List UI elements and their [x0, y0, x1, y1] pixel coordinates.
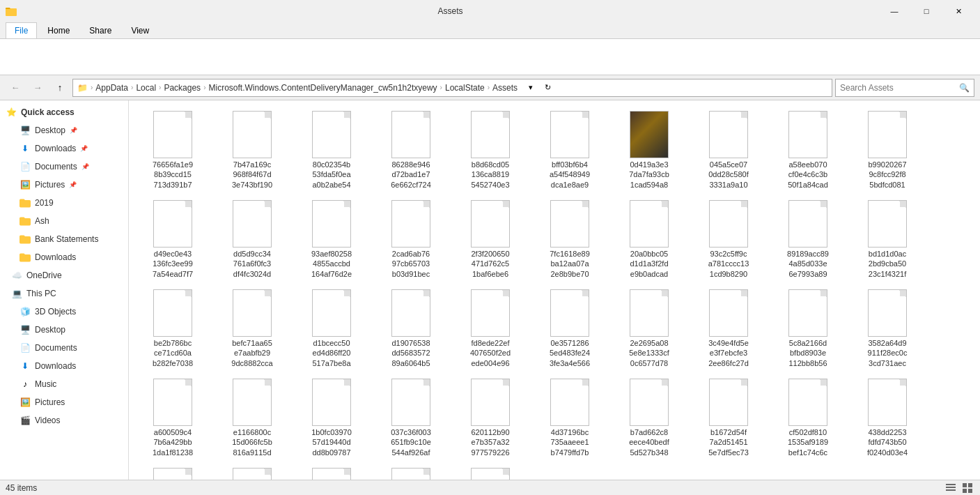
- file-item-5[interactable]: b8d68cd05 136ca8819 5452740e3 e5cd6a30..…: [452, 106, 529, 192]
- sidebar-item-pictures[interactable]: 🖼️ Pictures 📌: [0, 176, 128, 194]
- file-item-8[interactable]: 045a5ce07 0dd28c580f 3331a9a10 cdf0c1671…: [690, 106, 767, 192]
- file-item-42[interactable]: b78338a9e be9729a31 ddf960212: [214, 463, 290, 480]
- file-item-41[interactable]: b42047dd6 a7d01fa1e d28c41dd2: [134, 463, 211, 480]
- file-item-30[interactable]: 3582a64d9 911f28ec0c 3cd731aec a3759e4a.…: [849, 284, 926, 371]
- file-item-34[interactable]: 037c36f003 651fb9c10e 544af926af 8dd51fa…: [373, 374, 449, 460]
- file-item-20[interactable]: bd1d1d0ac 2bd9cba50 23c1f4321f 466b42e1.…: [849, 195, 926, 282]
- search-box[interactable]: 🔍: [835, 79, 974, 97]
- file-item-44[interactable]: c3a6938f78 73041b8da 235f897466: [373, 463, 449, 480]
- file-item-16[interactable]: 7fc1618e89 ba12aa07a 2e8b9be70 300a0832.…: [531, 195, 608, 282]
- file-item-35[interactable]: 620112b90 e7b357a32 977579226 6aba0cb...: [452, 374, 529, 460]
- file-item-13[interactable]: 93aef80258 4855accbd 164af76d2e c709425a…: [293, 195, 370, 282]
- breadcrumb-package-name[interactable]: Microsoft.Windows.ContentDeliveryManager…: [208, 83, 437, 93]
- file-item-10[interactable]: b99020267 9c8fcc92f8 5bdfcd081 97b2b21a.…: [849, 106, 926, 192]
- sidebar-item-onedrive[interactable]: ☁️ OneDrive: [0, 266, 128, 284]
- file-item-25[interactable]: fd8ede22ef 407650f2ed ede004e96 e6461733…: [452, 284, 529, 371]
- file-item-17[interactable]: 20a0bbc05 d1d1a3f2fd e9b0adcad 63da0a8f.…: [611, 195, 687, 282]
- back-button[interactable]: ←: [6, 78, 25, 98]
- breadcrumb-packages[interactable]: Packages: [164, 83, 201, 93]
- file-name: 4d37196bc 735aaeee1 b7479ffd7b e02fd8efa…: [535, 427, 605, 457]
- address-bar[interactable]: 📁 › AppData › Local › Packages › Microso…: [72, 79, 832, 97]
- sidebar-item-2019[interactable]: 2019: [0, 194, 128, 212]
- sidebar-quick-access[interactable]: ⭐ Quick access: [0, 103, 128, 121]
- onedrive-icon: ☁️: [11, 270, 22, 281]
- file-item-39[interactable]: cf502df810 1535af9189 bef1c74c6c: [770, 374, 846, 460]
- file-name: 89189acc89 4a85d033e 6e7993a89 8144139a.…: [773, 249, 843, 278]
- sidebar-item-documents2[interactable]: 📄 Documents: [0, 339, 128, 357]
- large-icons-view-button[interactable]: [960, 481, 974, 495]
- tab-share[interactable]: Share: [80, 22, 120, 38]
- file-item-2[interactable]: 7b47a169c 968f84f67d 3e743bf190 6f380a79…: [214, 106, 290, 192]
- file-item-38[interactable]: b1672d54f 7a2d51451 5e7df5ec73: [690, 374, 767, 460]
- close-button[interactable]: ✕: [942, 0, 974, 22]
- file-item-45[interactable]: df0d0984d 439371960 407f90ea85: [452, 463, 529, 480]
- file-item-26[interactable]: 0e3571286 5ed483fe24 3fe3a4e566 ba92c7c7…: [531, 284, 608, 371]
- breadcrumb-appdata[interactable]: AppData: [95, 83, 128, 93]
- sidebar-item-videos[interactable]: 🎬 Videos: [0, 411, 128, 429]
- file-item-12[interactable]: dd5d9cc34 761a6f0fc3 df4fc3024d 7c98a1df…: [214, 195, 290, 282]
- file-name: 20a0bbc05 d1d1a3f2fd e9b0adcad 63da0a8f.…: [614, 249, 684, 278]
- file-item-7[interactable]: 0d419a3e3 7da7fa93cb 1cad594a8 b39ede5e.…: [611, 106, 687, 192]
- sidebar-item-downloads2[interactable]: Downloads: [0, 248, 128, 266]
- file-item-3[interactable]: 80c02354b 53fda5f0ea a0b2abe54 ebd3d49a.…: [293, 106, 370, 192]
- sidebar-item-ash[interactable]: Ash: [0, 212, 128, 230]
- file-item-4[interactable]: 86288e946 d72bad1e7 6e662cf724 73031f51.…: [373, 106, 449, 192]
- address-dropdown[interactable]: ▾: [523, 79, 538, 97]
- file-page-icon: [709, 111, 748, 158]
- file-icon: [389, 377, 433, 427]
- file-item-18[interactable]: 93c2c5ff9c a781cccc13 1cd9b8290 8e1ec06b…: [690, 195, 767, 282]
- breadcrumb-local[interactable]: Local: [136, 83, 156, 93]
- sidebar-item-downloads3[interactable]: ⬇ Downloads: [0, 357, 128, 375]
- file-item-29[interactable]: 5c8a2166d bfbd8903e 112bb8b56 e80318bb..…: [770, 284, 846, 371]
- sidebar-item-3dobjects[interactable]: 🧊 3D Objects: [0, 303, 128, 321]
- maximize-button[interactable]: □: [910, 0, 942, 22]
- details-view-button[interactable]: [944, 481, 958, 495]
- file-item-19[interactable]: 89189acc89 4a85d033e 6e7993a89 8144139a.…: [770, 195, 846, 282]
- file-icon: [230, 288, 274, 338]
- breadcrumb-home[interactable]: 📁: [77, 83, 88, 93]
- sidebar-item-downloads1[interactable]: ⬇ Downloads 📌: [0, 139, 128, 158]
- file-icon: [865, 199, 910, 249]
- sidebar-item-thispc[interactable]: 💻 This PC: [0, 284, 128, 303]
- file-area[interactable]: 76656fa1e9 8b39ccd15 713d391b7 48fdb5fb.…: [129, 100, 980, 480]
- sidebar-item-bankstatements[interactable]: Bank Statements: [0, 230, 128, 248]
- file-item-32[interactable]: e1166800c 15d066fc5b 816a9115d 68ee8041.…: [214, 374, 290, 460]
- file-item-1[interactable]: 76656fa1e9 8b39ccd15 713d391b7 48fdb5fb.…: [134, 106, 211, 192]
- file-item-9[interactable]: a58eeb070 cf0e4c6c3b 50f1a84cad 15e6ff56…: [770, 106, 846, 192]
- file-item-33[interactable]: 1b0fc03970 57d19440d dd8b09787 39c88771.…: [293, 374, 370, 460]
- tab-view[interactable]: View: [122, 22, 158, 38]
- sidebar-item-desktop2[interactable]: 🖥️ Desktop: [0, 321, 128, 339]
- file-icon: [627, 109, 671, 160]
- sidebar-item-desktop[interactable]: 🖥️ Desktop 📌: [0, 121, 128, 139]
- file-item-40[interactable]: 438dd2253 fdfd743b50 f0240d03e4: [849, 374, 926, 460]
- file-item-6[interactable]: bff03bf6b4 a54f548949 dca1e8ae9 cddb7686…: [531, 106, 608, 192]
- file-item-24[interactable]: d19076538 dd5683572 89a6064b5 0c81447f1.…: [373, 284, 449, 371]
- file-icon: [309, 199, 354, 249]
- file-icon: [786, 288, 830, 338]
- file-item-23[interactable]: d1bcecc50 ed4d86ff20 517a7be8a d8c8db94.…: [293, 284, 370, 371]
- file-item-37[interactable]: b7ad662c8 eece40bedf 5d527b348: [611, 374, 687, 460]
- file-item-21[interactable]: be2b786bc ce71cd60a b282fe7038 29b1c2f9f…: [134, 284, 211, 371]
- sidebar-item-documents[interactable]: 📄 Documents 📌: [0, 158, 128, 176]
- tab-file[interactable]: File: [6, 22, 37, 38]
- tab-home[interactable]: Home: [38, 22, 79, 38]
- file-item-28[interactable]: 3c49e4fd5e e3f7ebcfe3 2ee86fc27d a444ad0…: [690, 284, 767, 371]
- file-item-27[interactable]: 2e2695a08 5e8e1333cf 0c6577d78 4d631b0a.…: [611, 284, 687, 371]
- minimize-button[interactable]: —: [878, 0, 910, 22]
- breadcrumb-assets[interactable]: Assets: [492, 83, 518, 93]
- file-item-36[interactable]: 4d37196bc 735aaeee1 b7479ffd7b e02fd8efa…: [531, 374, 608, 460]
- sidebar-item-music[interactable]: ♪ Music: [0, 375, 128, 393]
- file-item-14[interactable]: 2cad6ab76 97cb65703 b03d91bec 75d97376..…: [373, 195, 449, 282]
- file-item-43[interactable]: b80853f746 3642ea10d b625d8f3a: [293, 463, 370, 480]
- sidebar-item-pictures2[interactable]: 🖼️ Pictures: [0, 393, 128, 411]
- up-button[interactable]: ↑: [50, 78, 70, 98]
- breadcrumb-localstate[interactable]: LocalState: [445, 83, 485, 93]
- forward-button[interactable]: →: [28, 78, 47, 98]
- file-item-31[interactable]: a600509c4 7b6a429bb 1da1f81238 e2ca08b9.…: [134, 374, 211, 460]
- file-item-11[interactable]: d49ec0e43 136fc3ee99 7a54ead7f7 7f74be92…: [134, 195, 211, 282]
- file-item-15[interactable]: 2f3f200650 471d762c5 1baf6ebe6 8d697bf2.…: [452, 195, 529, 282]
- file-page-icon: [312, 468, 351, 480]
- address-refresh[interactable]: ↻: [540, 79, 555, 97]
- search-input[interactable]: [840, 83, 959, 93]
- file-item-22[interactable]: befc71aa65 e7aabfb29 9dc8882cca 63c0c956…: [214, 284, 290, 371]
